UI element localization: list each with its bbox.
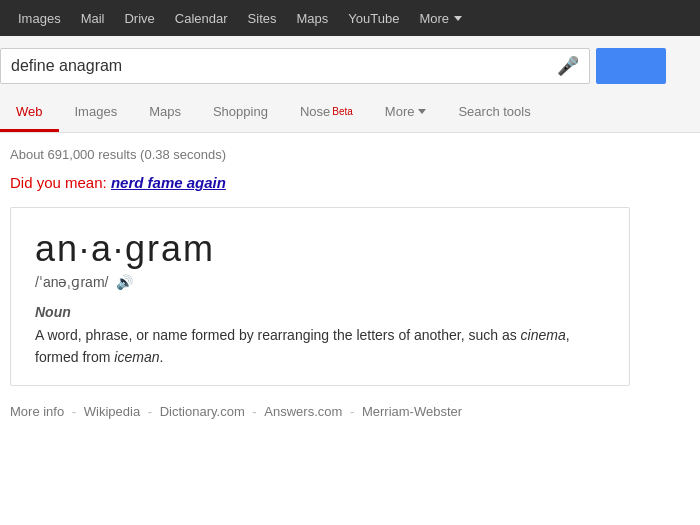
search-button[interactable] [596,48,666,84]
dictionary-card: an·a·gram /ˈanəˌɡram/ 🔊 Noun A word, phr… [10,207,630,386]
example-word-2: iceman [114,349,159,365]
did-you-mean-link[interactable]: nerd fame again [111,174,226,191]
nav-mail[interactable]: Mail [71,0,115,36]
word-phonetic: /ˈanəˌɡram/ 🔊 [35,274,605,290]
nav-calendar[interactable]: Calendar [165,0,238,36]
nav-more[interactable]: More [409,0,472,36]
search-bar-area: define anagram 🎤 Web Images Maps Shoppin… [0,36,700,133]
result-count: About 691,000 results (0.38 seconds) [10,143,690,170]
tab-nose[interactable]: Nose Beta [284,94,369,132]
nav-youtube[interactable]: YouTube [338,0,409,36]
more-tab-dropdown-icon [418,109,426,114]
more-info-links: More info - Wikipedia - Dictionary.com -… [10,396,690,423]
search-row: define anagram 🎤 [0,48,700,94]
word-definition: A word, phrase, or name formed by rearra… [35,324,605,369]
separator-3: - [252,404,260,419]
tab-shopping[interactable]: Shopping [197,94,284,132]
link-merriam-webster[interactable]: Merriam-Webster [362,404,462,419]
did-you-mean: Did you mean: nerd fame again [10,170,690,207]
example-word-1: cinema [521,327,566,343]
microphone-icon[interactable]: 🎤 [557,55,579,77]
tab-web[interactable]: Web [0,94,59,132]
more-dropdown-icon [454,16,462,21]
tab-search-tools[interactable]: Search tools [442,94,546,132]
search-input[interactable]: define anagram [11,57,557,75]
more-info-label[interactable]: More info [10,404,64,419]
speaker-icon[interactable]: 🔊 [116,274,133,290]
tab-maps[interactable]: Maps [133,94,197,132]
tab-images[interactable]: Images [59,94,134,132]
part-of-speech: Noun [35,304,605,320]
beta-badge: Beta [332,106,353,117]
separator-4: - [350,404,358,419]
search-tabs: Web Images Maps Shopping Nose Beta More … [0,94,700,132]
link-wikipedia[interactable]: Wikipedia [84,404,140,419]
tab-more[interactable]: More [369,94,443,132]
nav-sites[interactable]: Sites [238,0,287,36]
results-area: About 691,000 results (0.38 seconds) Did… [0,133,700,433]
search-input-wrapper: define anagram 🎤 [0,48,590,84]
word-title: an·a·gram [35,228,605,270]
did-you-mean-prefix: Did you mean: [10,174,111,191]
link-answers-com[interactable]: Answers.com [264,404,342,419]
separator-1: - [72,404,80,419]
nav-maps[interactable]: Maps [287,0,339,36]
top-navigation: Images Mail Drive Calendar Sites Maps Yo… [0,0,700,36]
separator-2: - [148,404,156,419]
nav-images[interactable]: Images [8,0,71,36]
phonetic-text: /ˈanəˌɡram/ [35,274,108,290]
nav-drive[interactable]: Drive [114,0,164,36]
link-dictionary-com[interactable]: Dictionary.com [160,404,245,419]
